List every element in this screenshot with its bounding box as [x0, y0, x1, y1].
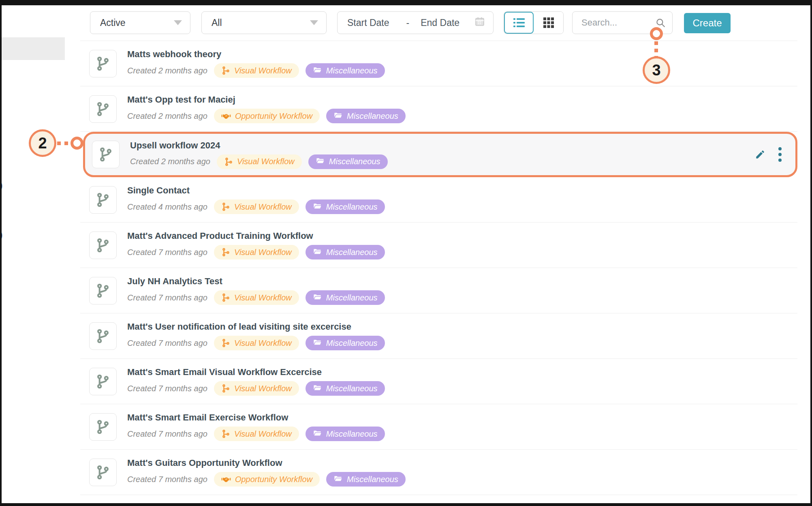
workflow-title[interactable]: Matt's User notification of lead visitin…: [127, 322, 385, 332]
screenshot-frame: [0, 503, 812, 506]
created-label: Created 7 months ago: [127, 339, 207, 348]
workflow-type-badge: Visual Workflow: [214, 381, 299, 396]
workflow-type-badge: Visual Workflow: [214, 245, 299, 259]
branch-icon: [221, 248, 230, 257]
grid-view-button[interactable]: [534, 12, 563, 34]
folder-open-icon: [313, 248, 322, 257]
workflow-type-label: Visual Workflow: [234, 66, 292, 75]
workflow-type-badge: Visual Workflow: [214, 199, 299, 214]
workflow-thumbnail: [89, 95, 117, 123]
category-label: Miscellaneous: [326, 293, 378, 302]
category-label: Miscellaneous: [326, 429, 378, 439]
branch-icon: [224, 157, 233, 166]
category-badge: Miscellaneous: [306, 63, 385, 78]
workflow-title[interactable]: Matt's Smart Email Visual Workflow Excer…: [127, 367, 385, 377]
status-filter-value: Active: [100, 17, 126, 28]
workflow-thumbnail: [89, 50, 117, 77]
git-branch-icon: [95, 464, 111, 480]
workflow-thumbnail: [92, 141, 120, 168]
calendar-icon: [474, 16, 485, 29]
workflow-title[interactable]: Matt's Opp test for Maciej: [127, 94, 406, 105]
created-label: Created 4 months ago: [127, 202, 207, 212]
workflow-row[interactable]: July NH Analytics Test Created 7 months …: [80, 268, 797, 313]
annotation-connector-3: [654, 41, 658, 57]
workflow-title[interactable]: Matt's Advanced Product Training Workflo…: [127, 231, 385, 241]
git-branch-icon: [95, 373, 111, 390]
workflow-title[interactable]: July NH Analytics Test: [127, 276, 385, 287]
workflow-title[interactable]: Single Contact: [127, 185, 385, 196]
workflow-title[interactable]: Matts webhook theory: [127, 49, 385, 60]
search-icon[interactable]: [655, 17, 666, 28]
workflow-type-label: Visual Workflow: [234, 293, 292, 302]
date-separator: -: [406, 17, 410, 28]
workflow-title[interactable]: Matt's Smart Email Exercise Workflow: [127, 412, 385, 423]
folder-open-icon: [316, 157, 325, 166]
git-branch-icon: [95, 101, 111, 117]
git-branch-icon: [95, 283, 111, 299]
git-branch-icon: [95, 328, 111, 344]
git-branch-icon: [95, 56, 111, 72]
workflow-row[interactable]: Matt's User notification of lead visitin…: [80, 313, 797, 359]
handshake-icon: [221, 474, 231, 484]
branch-icon: [221, 66, 230, 75]
type-filter-value: All: [212, 17, 222, 28]
folder-open-icon: [313, 339, 322, 348]
end-date-placeholder: End Date: [421, 17, 459, 28]
workflow-row[interactable]: Single Contact Created 4 months ago: [80, 177, 797, 223]
workflow-row[interactable]: Matt's Smart Email Exercise Workflow Cre…: [80, 404, 797, 450]
workflow-type-badge: Visual Workflow: [214, 427, 299, 441]
category-label: Miscellaneous: [326, 202, 378, 212]
workflow-row[interactable]: Matt's Smart Email Visual Workflow Excer…: [80, 359, 797, 404]
kebab-menu-icon[interactable]: [778, 147, 782, 162]
annotation-anchor-ring-2: [71, 137, 83, 150]
chevron-down-icon: [174, 20, 182, 25]
workflow-thumbnail: [89, 413, 117, 441]
workflow-thumbnail: [89, 186, 117, 214]
workflow-type-badge: Visual Workflow: [214, 63, 299, 78]
created-label: Created 7 months ago: [127, 429, 207, 439]
edit-icon[interactable]: [755, 149, 765, 160]
branch-icon: [221, 384, 230, 393]
chevron-down-icon: [310, 20, 318, 25]
git-branch-icon: [95, 192, 111, 208]
category-label: Miscellaneous: [326, 248, 378, 257]
date-range-picker[interactable]: Start Date - End Date: [337, 11, 494, 34]
created-label: Created 7 months ago: [127, 293, 207, 302]
workflows-page: ) ) Active All Start Date - End Date: [0, 0, 812, 506]
folder-open-icon: [313, 66, 322, 75]
annotation-connector-2: [57, 142, 72, 145]
list-view-button[interactable]: [504, 12, 534, 34]
created-label: Created 7 months ago: [127, 248, 207, 257]
workflow-title[interactable]: Matt's Guitars Opportunity Workflow: [127, 458, 406, 468]
workflow-type-label: Visual Workflow: [234, 248, 292, 257]
workflow-row[interactable]: Upsell workflow 2024 Created 2 months ag…: [83, 132, 797, 177]
search-input[interactable]: [581, 17, 655, 28]
workflow-type-badge: Visual Workflow: [214, 336, 299, 350]
workflow-type-badge: Opportunity Workflow: [214, 472, 320, 487]
workflow-row[interactable]: Matt's Opp test for Maciej Created 2 mon…: [80, 86, 797, 132]
start-date-placeholder: Start Date: [347, 17, 389, 28]
category-badge: Miscellaneous: [308, 154, 388, 169]
workflow-type-label: Visual Workflow: [234, 429, 292, 439]
annotation-step-2-label: 2: [38, 135, 47, 152]
workflow-type-label: Visual Workflow: [234, 339, 292, 348]
workflow-row[interactable]: Matt's Guitars Opportunity Workflow Crea…: [80, 450, 797, 495]
category-label: Miscellaneous: [329, 157, 380, 166]
category-label: Miscellaneous: [347, 111, 398, 121]
workflow-title[interactable]: Upsell workflow 2024: [130, 140, 388, 151]
created-label: Created 2 months ago: [127, 66, 207, 75]
category-badge: Miscellaneous: [306, 199, 385, 214]
type-filter-dropdown[interactable]: All: [201, 11, 327, 34]
workflow-row[interactable]: Matt's Advanced Product Training Workflo…: [80, 223, 797, 268]
git-branch-icon: [98, 146, 114, 163]
workflow-row[interactable]: Matts webhook theory Created 2 months ag…: [80, 41, 797, 86]
grid-view-icon: [543, 17, 554, 28]
workflow-type-label: Visual Workflow: [234, 384, 292, 393]
created-label: Created 2 months ago: [130, 157, 210, 166]
git-branch-icon: [95, 237, 111, 253]
category-label: Miscellaneous: [326, 339, 378, 348]
create-button[interactable]: Create: [684, 13, 731, 33]
status-filter-dropdown[interactable]: Active: [90, 11, 190, 34]
workflow-thumbnail: [89, 232, 117, 259]
workflow-thumbnail: [89, 368, 117, 395]
